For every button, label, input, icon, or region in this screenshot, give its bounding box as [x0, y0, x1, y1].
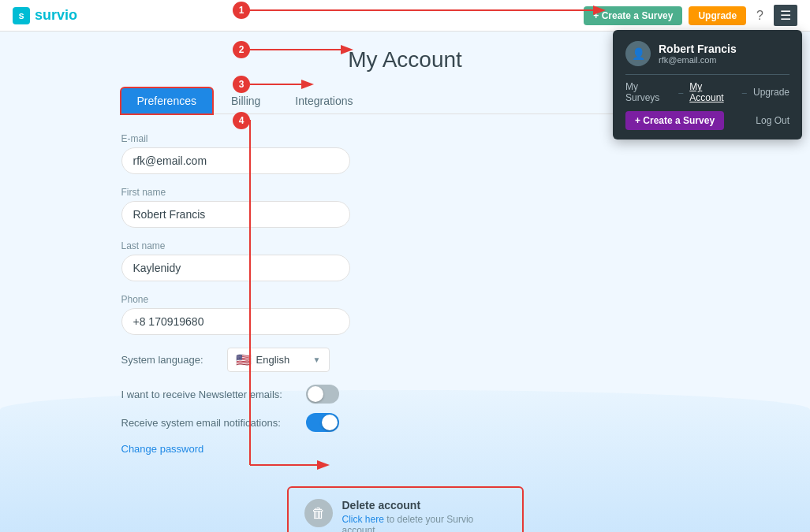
delete-account-content: Delete account Click here to delete your… [342, 499, 506, 532]
user-dropdown-popup: 👤 Robert Francis rfk@email.com My Survey… [613, 30, 802, 140]
newsletter-label: I want to receive Newsletter emails: [121, 389, 295, 400]
notifications-toggle[interactable] [306, 413, 339, 432]
upgrade-button[interactable]: Upgrade [689, 6, 746, 25]
logo: s survio [13, 7, 77, 24]
create-survey-button[interactable]: + Create a Survey [584, 6, 682, 25]
email-label: E-mail [121, 133, 421, 144]
tab-billing[interactable]: Billing [215, 88, 276, 113]
dropdown-username: Robert Francis [659, 43, 737, 55]
tab-preferences[interactable]: Preferences [121, 88, 212, 113]
dropdown-upgrade-link[interactable]: Upgrade [753, 87, 789, 98]
logo-icon: s [13, 7, 30, 24]
email-group: E-mail [121, 133, 421, 174]
annotation-2: 2 [233, 41, 250, 58]
phone-label: Phone [121, 294, 421, 305]
delete-account-icon: 🗑 [304, 499, 333, 527]
change-password-link[interactable]: Change password [121, 443, 204, 455]
annotation-1: 1 [233, 2, 250, 19]
phone-group: Phone [121, 294, 421, 335]
preferences-form: E-mail First name Last name Phone System… [121, 133, 421, 486]
hamburger-menu-button[interactable]: ☰ [774, 5, 797, 26]
newsletter-toggle[interactable] [306, 385, 339, 404]
delete-account-title: Delete account [342, 499, 506, 512]
avatar-icon: 👤 [632, 47, 645, 60]
firstname-group: First name [121, 187, 421, 228]
help-icon-button[interactable]: ? [752, 7, 767, 24]
language-select[interactable]: 🇺🇸 English ▼ [227, 348, 330, 372]
annotation-3: 3 [233, 76, 250, 93]
dropdown-my-surveys-link[interactable]: My Surveys [625, 81, 672, 103]
language-name: English [256, 354, 308, 366]
header: s survio + Create a Survey Upgrade ? ☰ [0, 0, 810, 32]
dropdown-nav: My Surveys – My Account – Upgrade [625, 74, 789, 103]
firstname-input[interactable] [121, 201, 350, 228]
annotation-4: 4 [233, 112, 250, 129]
delete-account-box: 🗑 Delete account Click here to delete yo… [287, 486, 524, 532]
dropdown-user-details: Robert Francis rfk@email.com [659, 43, 737, 65]
email-input[interactable] [121, 147, 350, 174]
delete-account-link[interactable]: Click here [342, 514, 384, 525]
tab-integrations[interactable]: Integrations [279, 88, 368, 113]
lastname-input[interactable] [121, 255, 350, 281]
language-row: System language: 🇺🇸 English ▼ [121, 348, 421, 372]
dropdown-actions: + Create a Survey Log Out [625, 111, 789, 130]
notifications-toggle-row: Receive system email notifications: [121, 413, 421, 432]
header-right: + Create a Survey Upgrade ? ☰ [584, 5, 797, 26]
firstname-label: First name [121, 187, 421, 198]
newsletter-toggle-knob [308, 386, 323, 402]
logo-text: survio [35, 7, 77, 24]
dropdown-my-account-link[interactable]: My Account [689, 81, 736, 103]
notifications-toggle-knob [322, 415, 338, 430]
tabs-container: Preferences Billing Integrations [121, 88, 689, 114]
language-label: System language: [121, 354, 216, 366]
flag-icon: 🇺🇸 [236, 352, 252, 367]
dropdown-logout-button[interactable]: Log Out [756, 115, 789, 126]
phone-input[interactable] [121, 308, 350, 335]
dropdown-create-survey-button[interactable]: + Create a Survey [625, 111, 724, 130]
delete-account-description: Click here to delete your Survio account [342, 514, 506, 532]
dropdown-avatar: 👤 [625, 41, 651, 66]
lastname-group: Last name [121, 240, 421, 281]
lastname-label: Last name [121, 240, 421, 251]
dropdown-user-info: 👤 Robert Francis rfk@email.com [625, 41, 789, 66]
notifications-label: Receive system email notifications: [121, 417, 295, 429]
dropdown-email: rfk@email.com [659, 55, 737, 65]
chevron-down-icon: ▼ [313, 355, 321, 364]
page-title: My Account [121, 47, 689, 73]
newsletter-toggle-row: I want to receive Newsletter emails: [121, 385, 421, 404]
